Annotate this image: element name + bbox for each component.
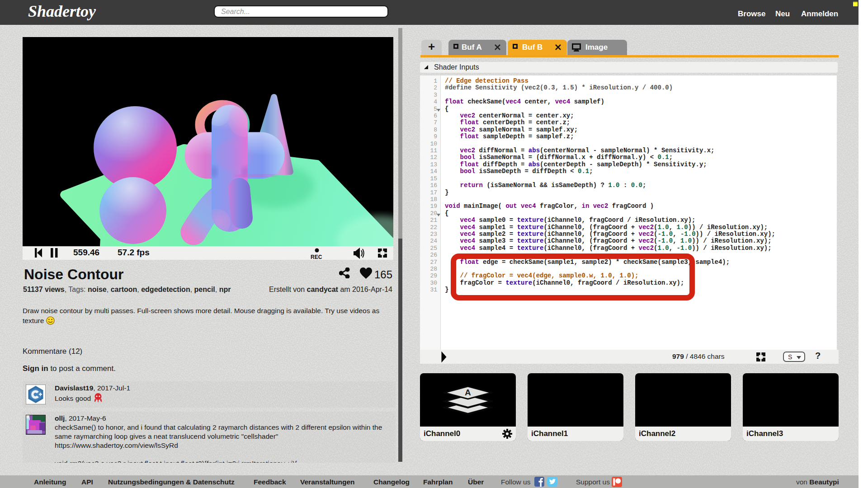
svg-text:A: A [465,388,471,397]
svg-text:REC: REC [311,254,322,260]
